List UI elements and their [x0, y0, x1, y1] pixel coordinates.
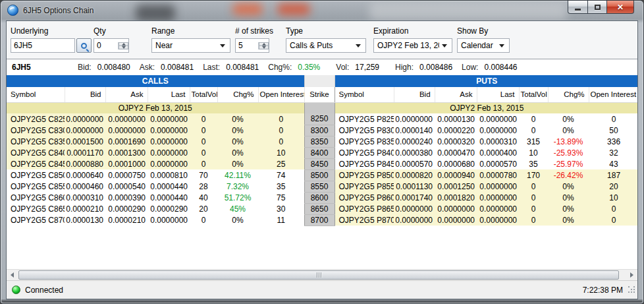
put-vol-cell: 170 — [519, 169, 548, 181]
high-label: High: — [395, 63, 414, 72]
glass-reflection — [369, 2, 567, 20]
calls-column-header-oi[interactable]: Open Interest — [258, 87, 304, 102]
puts-column-header-ask[interactable]: Ask — [435, 87, 477, 102]
high-value: 0.008486 — [419, 63, 452, 72]
table-row[interactable]: OJPY2G5 C86000.00003100.00003900.0000440… — [7, 192, 637, 203]
call-ask-cell: 0.0000540 — [105, 181, 148, 192]
put-chg-cell: 0% — [548, 181, 589, 192]
put-bid-cell: 0.0001740 — [394, 192, 435, 203]
put-sym-cell: OJPY2G5 P8500 — [335, 169, 394, 181]
strikes-stepper[interactable]: 5 — [235, 38, 269, 53]
scrollbar-track[interactable] — [18, 270, 626, 280]
show-by-label: Show By — [457, 26, 510, 36]
scroll-right-button[interactable] — [626, 270, 637, 280]
call-sym-cell: OJPY2G5 C8300 — [7, 125, 65, 136]
put-vol-cell: 0 — [519, 192, 548, 203]
call-ask-cell: 0.0001690 — [105, 136, 148, 147]
range-select[interactable]: Near — [151, 38, 230, 53]
last-value: 0.008481 — [226, 63, 259, 72]
quote-bar: 6JH5 Bid:0.008480 Ask:0.008481 Last:0.00… — [7, 59, 637, 75]
search-icon — [81, 43, 87, 49]
call-oi-cell: 35 — [258, 181, 304, 192]
qty-down-button[interactable] — [119, 46, 128, 49]
call-vol-cell: 20 — [190, 203, 217, 214]
table-row[interactable]: OJPY2G5 C87000.00001300.00002100.0000000… — [7, 214, 637, 226]
calls-column-header-ask[interactable]: Ask — [105, 87, 148, 102]
call-chg-cell: 0% — [217, 113, 258, 125]
puts-column-header-bid[interactable]: Bid — [394, 87, 435, 102]
calls-column-header-last[interactable]: Last — [148, 87, 190, 102]
call-ask-cell: 0.0000290 — [105, 203, 148, 214]
table-row[interactable]: OJPY2G5 C84500.00008800.00010000.0000000… — [7, 158, 637, 169]
close-button[interactable]: ✕ — [606, 1, 634, 14]
spin-up-icon — [122, 43, 126, 46]
call-chg-cell: 0% — [217, 125, 258, 136]
put-last-cell: 0.0000780 — [477, 169, 519, 181]
scroll-right-icon — [630, 272, 633, 278]
call-oi-cell: 0 — [258, 113, 304, 125]
show-by-select[interactable]: Calendar — [457, 38, 510, 53]
call-sym-cell: OJPY2G5 C8450 — [7, 158, 65, 169]
title-bar[interactable]: 6JH5 Options Chain ✕ — [1, 1, 643, 20]
call-bid-cell: 0.0001500 — [65, 136, 105, 147]
table-row[interactable]: OJPY2G5 C85000.00006400.00007500.0000810… — [7, 169, 637, 181]
call-chg-cell: 0% — [217, 214, 258, 226]
calls-column-header-chg[interactable]: Chg% — [217, 87, 258, 102]
put-last-cell: 0.0000000 — [477, 113, 519, 125]
call-ask-cell: 0.0001000 — [105, 158, 148, 169]
table-row[interactable]: OJPY2G5 C83000.00000000.00000000.0000000… — [7, 125, 637, 136]
table-row[interactable]: OJPY2G5 C82500.00000000.00000000.0000000… — [7, 113, 637, 125]
quote-symbol: 6JH5 — [12, 63, 78, 72]
call-last-cell: 0.0000440 — [148, 192, 190, 203]
resize-grip[interactable] — [628, 286, 636, 294]
type-select[interactable]: Calls & Puts — [286, 38, 366, 53]
maximize-button[interactable] — [587, 1, 606, 14]
call-vol-cell: 0 — [190, 158, 217, 169]
scroll-left-icon — [11, 272, 14, 278]
calls-column-header-bid[interactable]: Bid — [65, 87, 105, 102]
call-chg-cell: 51.72% — [217, 192, 258, 203]
put-bid-cell: 0.0000000 — [394, 214, 435, 226]
put-sym-cell: OJPY2G5 P8250 — [335, 113, 394, 125]
put-ask-cell: 0.0000320 — [435, 136, 477, 147]
call-ask-cell: 0.0000000 — [105, 113, 148, 125]
puts-column-header-vol[interactable]: TotalVol — [519, 87, 548, 102]
table-row[interactable]: OJPY2G5 C85500.00004600.00005400.0000440… — [7, 181, 637, 192]
bid-value: 0.008480 — [97, 63, 130, 72]
call-oi-cell: 75 — [258, 192, 304, 203]
strike-cell: 8400 — [304, 147, 335, 158]
chevron-down-icon — [220, 44, 225, 47]
put-sym-cell: OJPY2G5 P8550 — [335, 181, 394, 192]
put-vol-cell: 0 — [519, 181, 548, 192]
scroll-left-button[interactable] — [7, 270, 18, 280]
calls-column-header-vol[interactable]: TotalVol — [190, 87, 217, 102]
puts-column-header-oi[interactable]: Open Interest — [589, 87, 637, 102]
put-chg-cell: 0% — [548, 203, 589, 214]
expiration-select[interactable]: OJPY2 Feb 13, 20 — [373, 38, 452, 53]
range-label: Range — [151, 26, 230, 36]
underlying-input[interactable]: 6JH5 — [11, 38, 75, 53]
table-row[interactable]: OJPY2G5 C86500.00002100.00002900.0000290… — [7, 203, 637, 214]
table-row[interactable]: OJPY2G5 C84000.00011700.00013000.0000000… — [7, 147, 637, 158]
glass-reflection — [232, 3, 263, 15]
section-band-row: CALLS PUTS — [7, 75, 637, 87]
qty-stepper[interactable]: 0 — [94, 38, 129, 53]
puts-column-header-chg[interactable]: Chg% — [548, 87, 589, 102]
horizontal-scrollbar[interactable] — [7, 269, 637, 280]
put-last-cell: 0.0000000 — [477, 203, 519, 214]
type-label: Type — [286, 26, 366, 36]
puts-column-header-last[interactable]: Last — [477, 87, 519, 102]
put-sym-cell: OJPY2G5 P8350 — [335, 136, 394, 147]
column-header-strike[interactable]: Strike — [304, 87, 335, 102]
strike-cell: 8500 — [304, 169, 335, 181]
strikes-down-button[interactable] — [259, 46, 269, 49]
glass-reflection — [136, 5, 175, 20]
calls-column-header-sym[interactable]: Symbol — [7, 87, 65, 102]
table-row[interactable]: OJPY2G5 C83500.00015000.00016900.0000000… — [7, 136, 637, 147]
calls-section-header: CALLS — [7, 75, 304, 87]
search-button[interactable] — [76, 38, 92, 53]
scrollbar-thumb[interactable] — [18, 270, 619, 280]
client-area: Underlying 6JH5 Qty 0 — [6, 20, 638, 299]
minimize-button[interactable] — [568, 1, 587, 14]
puts-column-header-sym[interactable]: Symbol — [335, 87, 394, 102]
